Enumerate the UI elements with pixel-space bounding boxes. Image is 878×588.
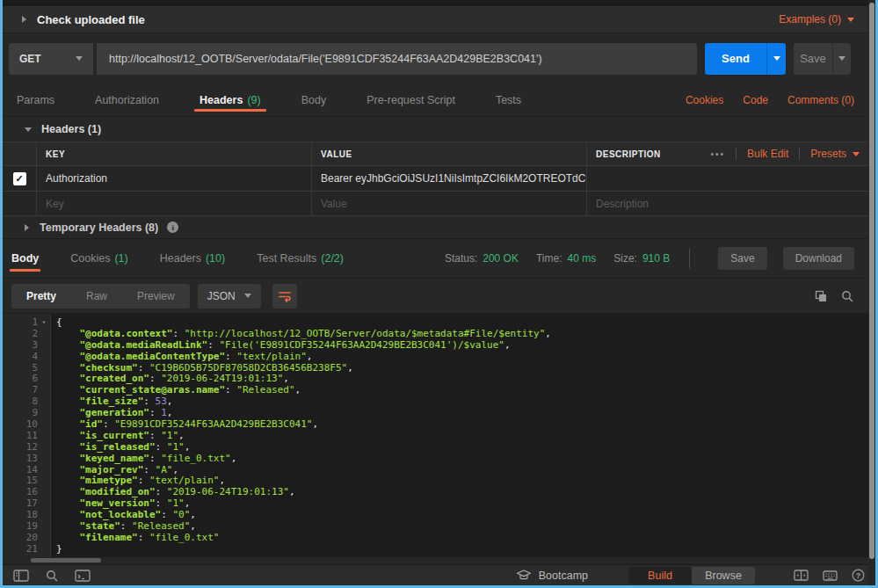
description-column-header: DESCRIPTION ••• Bulk Edit Presets	[586, 142, 875, 165]
view-pretty[interactable]: Pretty	[11, 284, 71, 309]
headers-section-header[interactable]: Headers (1)	[3, 117, 875, 142]
fold-spacer	[38, 533, 50, 544]
fold-spacer	[38, 431, 50, 442]
view-preview[interactable]: Preview	[122, 284, 190, 309]
keyboard-icon	[823, 570, 838, 581]
fold-spacer	[38, 385, 50, 396]
save-options-button[interactable]	[832, 43, 851, 75]
status-bar: Bootcamp Build Browse ?	[3, 564, 875, 585]
test-results-count-badge: (2/2)	[321, 252, 344, 265]
vertical-scrollbar-thumb[interactable]	[869, 3, 874, 559]
search-icon	[840, 289, 854, 303]
fold-spacer	[38, 329, 50, 340]
temporary-headers-title: Temporary Headers (8)	[40, 221, 158, 234]
chevron-right-icon[interactable]	[25, 224, 29, 231]
chevron-right-icon[interactable]	[22, 16, 26, 23]
time-value: 40 ms	[568, 252, 597, 265]
key-cell[interactable]: Key	[36, 192, 311, 215]
tab-authorization[interactable]: Authorization	[93, 83, 161, 116]
response-tab-cookies[interactable]: Cookies (1)	[70, 239, 127, 278]
value-cell[interactable]: Value	[311, 192, 586, 215]
console-button[interactable]	[75, 570, 91, 582]
fold-spacer	[38, 498, 50, 510]
table-row-empty: Key Value Description	[3, 192, 875, 216]
fold-toggle-icon[interactable]: ▾	[38, 317, 50, 329]
key-column-header: KEY	[36, 142, 311, 165]
method-value: GET	[19, 53, 76, 65]
horizontal-scrollbar-thumb[interactable]	[31, 558, 101, 563]
url-input[interactable]	[97, 43, 697, 75]
value-column-header: VALUE	[311, 142, 586, 165]
bootcamp-button[interactable]: Bootcamp	[516, 570, 588, 582]
examples-dropdown[interactable]: Examples (0)	[779, 13, 854, 25]
send-options-button[interactable]	[766, 43, 786, 75]
code-text: "filename": "file_0.txt"	[56, 533, 219, 544]
temporary-headers-section[interactable]: Temporary Headers (8)	[3, 216, 875, 239]
more-options-icon[interactable]: •••	[710, 149, 725, 159]
shortcuts-button[interactable]	[823, 570, 838, 581]
line-number: 11	[3, 431, 38, 442]
copy-icon	[814, 289, 828, 303]
send-button-group: Send	[705, 43, 786, 75]
help-icon: ?	[852, 569, 865, 582]
view-raw[interactable]: Raw	[71, 284, 122, 309]
info-icon	[167, 221, 178, 233]
tab-tests[interactable]: Tests	[494, 83, 523, 116]
description-cell[interactable]: Description	[586, 192, 875, 215]
help-button[interactable]: ?	[852, 569, 865, 582]
divider	[689, 249, 690, 268]
line-number: 2	[3, 329, 38, 340]
response-tab-headers[interactable]: Headers (10)	[160, 239, 225, 278]
console-icon	[75, 570, 91, 582]
format-select[interactable]: JSON	[198, 284, 261, 309]
response-tabs: Body Cookies (1) Headers (10) Test Resul…	[3, 239, 875, 278]
comments-link[interactable]: Comments (0)	[787, 83, 854, 116]
build-tab[interactable]: Build	[628, 567, 692, 584]
save-response-button[interactable]: Save	[718, 247, 766, 270]
fold-spacer	[38, 465, 50, 476]
examples-label: Examples (0)	[779, 13, 841, 25]
save-button[interactable]: Save	[794, 43, 832, 75]
response-headers-count-badge: (10)	[206, 252, 225, 265]
table-header-row: KEY VALUE DESCRIPTION ••• Bulk Edit Pres…	[3, 142, 875, 166]
tab-params[interactable]: Params	[15, 83, 56, 116]
url-field-wrap	[97, 43, 697, 75]
wrap-lines-button[interactable]	[272, 284, 297, 309]
value-cell[interactable]: Bearer eyJhbGciOiJSUzI1NiIsImtpZCI6IkM2O…	[311, 166, 586, 191]
sidebar-toggle-button[interactable]	[13, 570, 29, 582]
browse-tab[interactable]: Browse	[692, 567, 755, 584]
tab-headers[interactable]: Headers (9)	[198, 83, 263, 116]
method-select[interactable]: GET	[9, 43, 93, 75]
cookies-count-badge: (1)	[114, 252, 127, 265]
download-response-button[interactable]: Download	[783, 247, 854, 270]
cookies-link[interactable]: Cookies	[686, 83, 723, 116]
description-cell[interactable]	[586, 166, 875, 191]
code-link[interactable]: Code	[743, 83, 768, 116]
search-button[interactable]	[840, 289, 854, 303]
row-checkbox[interactable]	[13, 172, 26, 185]
copy-button[interactable]	[814, 289, 828, 303]
fold-spacer	[38, 408, 50, 419]
fold-spacer	[38, 454, 50, 465]
key-cell[interactable]: Authorization	[36, 166, 311, 191]
line-number: 13	[3, 454, 38, 465]
chevron-down-icon	[838, 56, 845, 61]
request-title-bar[interactable]: Check uploaded file Examples (0)	[3, 6, 875, 33]
response-tab-body[interactable]: Body	[11, 239, 39, 278]
row-checkbox-cell	[3, 192, 36, 215]
response-meta: Status: 200 OK Time: 40 ms Size: 910 B S…	[445, 247, 854, 270]
send-button[interactable]: Send	[705, 43, 766, 75]
bulk-edit-link[interactable]: Bulk Edit	[747, 148, 788, 160]
line-number: 21	[3, 544, 38, 555]
chevron-down-icon[interactable]	[25, 127, 32, 132]
tab-pre-request-script[interactable]: Pre-request Script	[365, 83, 457, 116]
request-title: Check uploaded file	[37, 13, 145, 26]
response-tab-test-results[interactable]: Test Results (2/2)	[257, 239, 344, 278]
tab-body[interactable]: Body	[300, 83, 329, 116]
status-label: Status:	[445, 252, 477, 265]
find-button[interactable]	[45, 569, 59, 583]
top-strip	[3, 0, 875, 6]
spacer	[560, 83, 666, 116]
presets-dropdown[interactable]: Presets	[810, 148, 860, 160]
two-pane-view-button[interactable]	[794, 570, 809, 581]
